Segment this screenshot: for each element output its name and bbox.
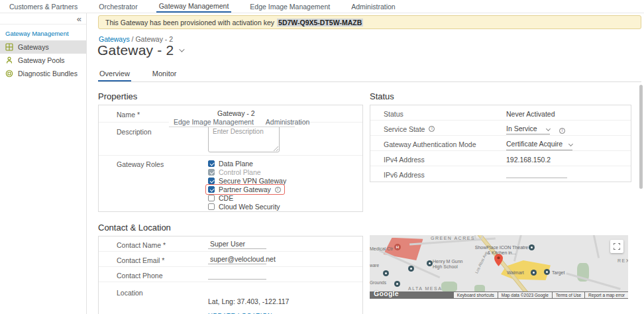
gateway-auth-mode-label: Gateway Authentication Mode <box>370 136 506 150</box>
service-state-value-wrap: In Service i <box>506 121 565 135</box>
map-label-target: Target <box>552 270 564 276</box>
gateway-roles-row: Gateway Roles Data Plane Control Plane <box>99 156 362 211</box>
map-fullscreen-button[interactable] <box>610 240 623 253</box>
gateways-grid-icon <box>5 43 13 51</box>
data-plane-checkbox[interactable] <box>208 160 215 167</box>
activation-banner: This Gateway has been provisioned with a… <box>98 15 641 29</box>
sidebar-header: « <box>0 13 86 25</box>
main-content: This Gateway has been provisioned with a… <box>87 13 644 314</box>
vertical-scrollbar[interactable] <box>639 85 643 189</box>
page-title-text: Gateway - 2 <box>97 42 174 58</box>
map-poi-pin[interactable] <box>544 269 550 275</box>
google-logo: Google <box>374 289 399 297</box>
map-poi-pin[interactable] <box>408 266 414 272</box>
ghost-nav-item: Administration <box>266 118 310 126</box>
contact-name-input[interactable]: Super User <box>208 240 266 249</box>
ipv6-address-label: IPv6 Address <box>370 166 506 182</box>
contact-phone-input[interactable] <box>208 270 266 280</box>
contact-phone-label: Contact Phone <box>99 267 208 282</box>
map-poi-pin[interactable] <box>427 260 433 266</box>
banner-text: This Gateway has been provisioned with a… <box>105 19 274 26</box>
diagnostic-bundles-icon <box>5 70 13 78</box>
contact-name-label: Contact Name * <box>99 236 208 251</box>
nav-gateway-management[interactable]: Gateway Management <box>156 0 232 13</box>
cde-checkbox[interactable] <box>208 195 215 201</box>
map-poi-pin[interactable] <box>394 281 400 287</box>
role-cloud-web-security: Cloud Web Security <box>208 203 286 211</box>
resize-grip-icon[interactable] <box>274 146 278 151</box>
keyboard-shortcuts-link[interactable]: Keyboard shortcuts <box>454 292 498 298</box>
secure-vpn-gateway-checkbox[interactable] <box>208 178 215 184</box>
ipv6-address-input[interactable] <box>506 166 567 178</box>
update-location-link[interactable]: UPDATE LOCATION <box>208 311 289 314</box>
location-map[interactable]: GREEN ACRES Medical Ctr ware Henry M Gun… <box>370 235 628 299</box>
partner-gateway-checkbox[interactable] <box>208 186 215 193</box>
activation-key: 5D7W-Q9X5-DT5W-MAZB <box>277 19 363 26</box>
contact-location-panel: Contact Name * Super User Contact Email … <box>98 236 363 314</box>
gateway-roles-list: Data Plane Control Plane Secure VPN Gate… <box>208 156 286 211</box>
ipv4-address-row: IPv4 Address 192.168.150.2 <box>370 151 631 166</box>
top-nav: Customers & Partners Orchestrator Gatewa… <box>0 0 644 13</box>
sidebar-item-diagnostic-bundles[interactable]: Diagnostic Bundles <box>0 67 86 80</box>
hospital-marker-icon: H <box>394 244 401 250</box>
title-dropdown-icon[interactable] <box>180 46 185 52</box>
service-state-value-info-icon[interactable]: i <box>559 128 565 134</box>
service-state-select[interactable]: In Service <box>506 125 550 134</box>
app-window: Customers & Partners Orchestrator Gatewa… <box>0 0 644 314</box>
nav-customers-partners[interactable]: Customers & Partners <box>7 0 80 13</box>
chevron-down-icon <box>546 126 551 131</box>
role-label: Data Plane <box>219 160 253 168</box>
map-label-walmart: Walmart <box>507 270 524 276</box>
location-pin-icon[interactable] <box>494 254 503 266</box>
partner-gateway-info-icon[interactable]: i <box>275 187 281 193</box>
role-cde: CDE <box>208 194 286 203</box>
contact-phone-row: Contact Phone <box>99 267 362 282</box>
map-poi-pin[interactable] <box>383 270 389 276</box>
contact-email-label: Contact Email * <box>99 252 208 266</box>
cloud-web-security-checkbox[interactable] <box>208 203 215 210</box>
map-road <box>592 235 600 258</box>
sidebar-collapse-icon[interactable]: « <box>77 15 81 23</box>
status-label: Status <box>370 105 506 120</box>
ipv6-address-row: IPv6 Address <box>370 166 631 182</box>
contact-name-row: Contact Name * Super User <box>99 236 362 252</box>
contact-email-row: Contact Email * super@velocloud.net <box>99 252 362 267</box>
gateway-auth-mode-select[interactable]: Certificate Acquire <box>506 139 572 150</box>
map-label-henry-gunn: Henry M Gunn High School <box>433 259 470 270</box>
nav-edge-image-management[interactable]: Edge Image Management <box>247 0 333 13</box>
map-poi-pin[interactable] <box>529 244 535 250</box>
map-label-ware: ware <box>370 263 379 268</box>
map-attribution: Keyboard shortcuts Map data ©2023 Google… <box>453 292 628 298</box>
status-panel: Status Never Activated Service State i I… <box>370 105 631 182</box>
ipv4-address-value: 192.168.150.2 <box>506 151 551 166</box>
contact-email-input[interactable]: super@velocloud.net <box>208 255 266 264</box>
location-value-stack: Lat, Lng: 37.403, -122.117 UPDATE LOCATI… <box>208 282 289 314</box>
nav-administration[interactable]: Administration <box>349 0 398 13</box>
role-label: Secure VPN Gateway <box>219 177 286 185</box>
report-map-error-link[interactable]: Report a map error <box>585 292 628 298</box>
map-label-grounds: Grounds <box>370 280 386 285</box>
gateway-auth-mode-row: Gateway Authentication Mode Certificate … <box>370 136 631 151</box>
contact-location-section: Contact & Location Contact Name * Super … <box>98 223 363 314</box>
sidebar-item-gateways[interactable]: Gateways <box>0 40 86 54</box>
description-textarea[interactable]: Enter Description <box>208 125 280 152</box>
ghost-nav-item: Edge Image Management <box>174 118 254 126</box>
map-label-medical-ctr: Medical Ctr <box>370 246 393 252</box>
sidebar-item-label: Gateway Pools <box>18 56 65 64</box>
gateway-auth-mode-value: Certificate Acquire <box>506 140 563 148</box>
description-row: Description Enter Description <box>99 123 362 156</box>
terms-of-use-link[interactable]: Terms of Use <box>553 292 584 298</box>
properties-heading: Properties <box>98 91 363 101</box>
nav-orchestrator[interactable]: Orchestrator <box>96 0 140 13</box>
sidebar: « Gateway Management Gateways Gateway Po… <box>0 13 87 314</box>
tab-bar: Overview Monitor <box>98 70 641 82</box>
map-poi-pin[interactable] <box>531 270 537 276</box>
tab-monitor[interactable]: Monitor <box>151 70 178 81</box>
tab-overview[interactable]: Overview <box>98 70 131 81</box>
status-value: Never Activated <box>506 105 555 120</box>
sidebar-item-gateway-pools[interactable]: Gateway Pools <box>0 54 86 67</box>
contact-location-heading: Contact & Location <box>98 223 363 232</box>
chevron-down-icon <box>568 141 573 146</box>
role-data-plane: Data Plane <box>208 159 286 168</box>
service-state-label-info-icon[interactable]: i <box>429 126 435 132</box>
